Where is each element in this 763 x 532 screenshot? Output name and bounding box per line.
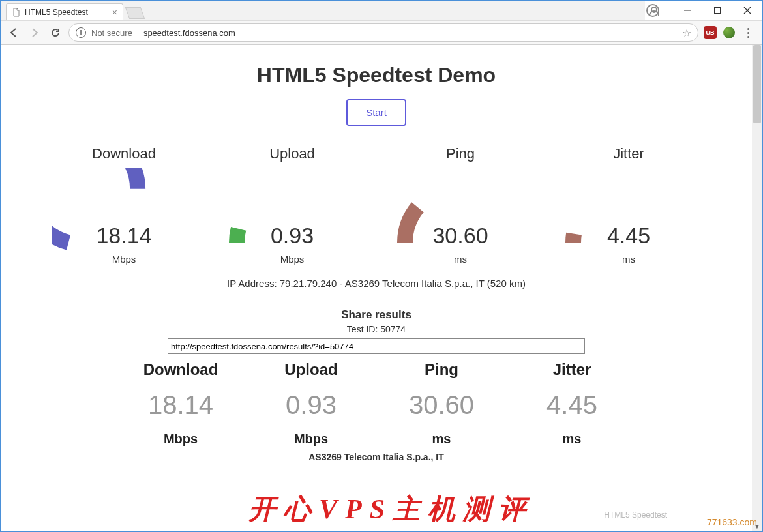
share-section: Share results Test ID: 50774: [27, 308, 726, 354]
gauge-ping: Ping 30.60 ms: [376, 145, 545, 265]
page-title: HTML5 Speedtest Demo: [27, 63, 726, 87]
result-download: Download 18.14 Mbps: [135, 361, 226, 447]
result-ping: Ping 30.60 ms: [396, 361, 487, 447]
browser-menu-icon[interactable]: [741, 28, 755, 38]
gauge-label: Upload: [269, 145, 315, 162]
gauge-upload: Upload 0.93 Mbps: [208, 145, 376, 265]
gauge-arc: 4.45: [557, 168, 700, 252]
vertical-scrollbar[interactable]: ▲ ▼: [752, 45, 762, 531]
gauge-label: Ping: [446, 145, 475, 162]
results-card: Download 18.14 Mbps Upload 0.93 Mbps Pin…: [27, 361, 726, 447]
result-label: Upload: [265, 361, 357, 379]
new-tab-button[interactable]: [125, 7, 145, 19]
browser-toolbar: i Not secure speedtest.fdossena.com ☆ UB: [1, 20, 762, 45]
separator: [138, 27, 138, 38]
bottom-brand: HTML5 Speedtest: [604, 510, 667, 520]
share-url-input[interactable]: [168, 338, 585, 354]
back-button[interactable]: [6, 25, 22, 40]
result-unit: Mbps: [135, 432, 226, 447]
browser-tab[interactable]: HTML5 Speedtest ×: [6, 3, 123, 20]
minimize-button[interactable]: [672, 1, 702, 20]
site-info-icon[interactable]: i: [76, 27, 86, 38]
reload-button[interactable]: [48, 25, 63, 40]
url-text: speedtest.fdossena.com: [143, 28, 677, 38]
extensions-area: UB: [704, 26, 757, 39]
gauge-value: 18.14: [96, 223, 151, 248]
scroll-thumb[interactable]: [753, 45, 761, 123]
gauges-row: Download 18.14 Mbps Upload 0.93 Mbps Pin…: [40, 145, 713, 265]
forward-button[interactable]: [27, 25, 42, 40]
result-value: 0.93: [265, 391, 357, 420]
result-upload: Upload 0.93 Mbps: [265, 361, 357, 447]
result-unit: Mbps: [265, 432, 357, 447]
ublock-icon[interactable]: UB: [704, 26, 717, 39]
gauge-label: Download: [92, 145, 156, 162]
tab-strip: HTML5 Speedtest ×: [1, 1, 645, 20]
result-jitter: Jitter 4.45 ms: [526, 361, 618, 447]
profile-icon[interactable]: [646, 4, 659, 17]
result-value: 4.45: [526, 391, 618, 420]
security-status: Not secure: [91, 28, 132, 38]
gauge-value: 0.93: [271, 223, 314, 248]
start-button[interactable]: Start: [346, 99, 406, 126]
gauge-unit: Mbps: [280, 254, 305, 265]
tab-title: HTML5 Speedtest: [25, 8, 88, 17]
result-label: Jitter: [526, 361, 618, 379]
gauge-arc: 30.60: [389, 168, 532, 252]
ip-info-line: IP Address: 79.21.79.240 - AS3269 Teleco…: [27, 278, 726, 289]
page-content: HTML5 Speedtest Demo Start Download 18.1…: [1, 45, 752, 475]
browser-window: HTML5 Speedtest × i Not secure: [0, 0, 763, 532]
address-bar[interactable]: i Not secure speedtest.fdossena.com ☆: [68, 23, 698, 42]
share-test-id: Test ID: 50774: [27, 324, 726, 334]
close-button[interactable]: [732, 1, 762, 20]
svg-rect-1: [715, 7, 721, 13]
gauge-value: 30.60: [432, 223, 488, 248]
result-label: Download: [135, 361, 226, 379]
share-header: Share results: [27, 308, 726, 321]
gauge-value: 4.45: [607, 223, 650, 248]
gauge-arc: 0.93: [220, 168, 364, 252]
bookmark-star-icon[interactable]: ☆: [682, 27, 691, 39]
result-unit: ms: [526, 432, 618, 447]
tab-close-icon[interactable]: ×: [112, 7, 117, 18]
gauge-jitter: Jitter 4.45 ms: [545, 145, 713, 265]
page-viewport: HTML5 Speedtest Demo Start Download 18.1…: [1, 45, 752, 531]
watermark-link: 771633.com: [707, 517, 757, 527]
page-icon: [12, 8, 21, 17]
isp-line: AS3269 Telecom Italia S.p.a., IT: [27, 452, 726, 462]
result-label: Ping: [396, 361, 487, 379]
result-value: 30.60: [396, 391, 487, 420]
gauge-arc: 18.14: [52, 168, 196, 252]
maximize-button[interactable]: [702, 1, 732, 20]
gauge-unit: ms: [454, 254, 467, 265]
result-value: 18.14: [135, 391, 226, 420]
gauge-label: Jitter: [613, 145, 644, 162]
gauge-unit: Mbps: [112, 254, 136, 265]
gauge-download: Download 18.14 Mbps: [40, 145, 208, 265]
extension-icon[interactable]: [723, 27, 735, 38]
result-unit: ms: [396, 432, 487, 447]
gauge-unit: ms: [622, 254, 635, 265]
